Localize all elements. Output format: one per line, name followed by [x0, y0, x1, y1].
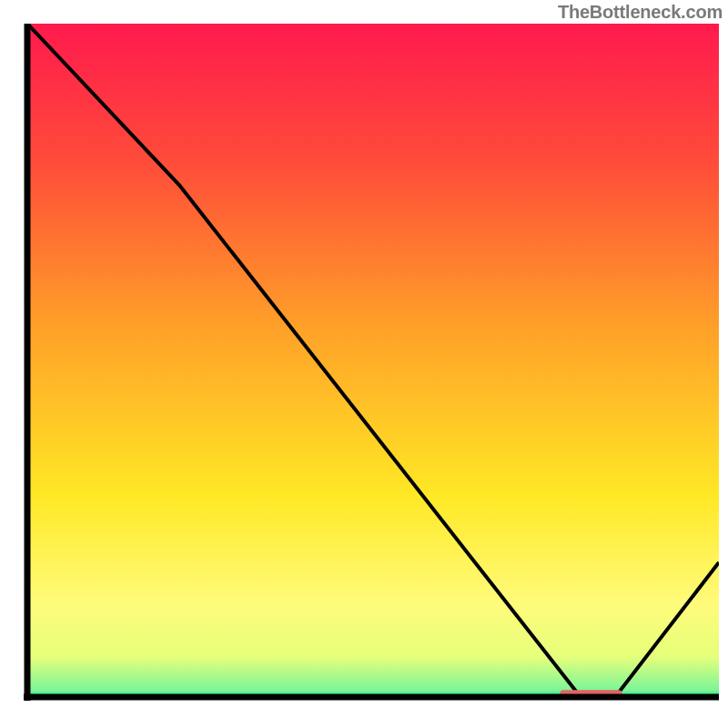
bottleneck-chart: [9, 24, 719, 715]
gradient-background: [27, 24, 719, 697]
plot-area: [27, 24, 719, 698]
attribution-text: TheBottleneck.com: [558, 2, 723, 23]
